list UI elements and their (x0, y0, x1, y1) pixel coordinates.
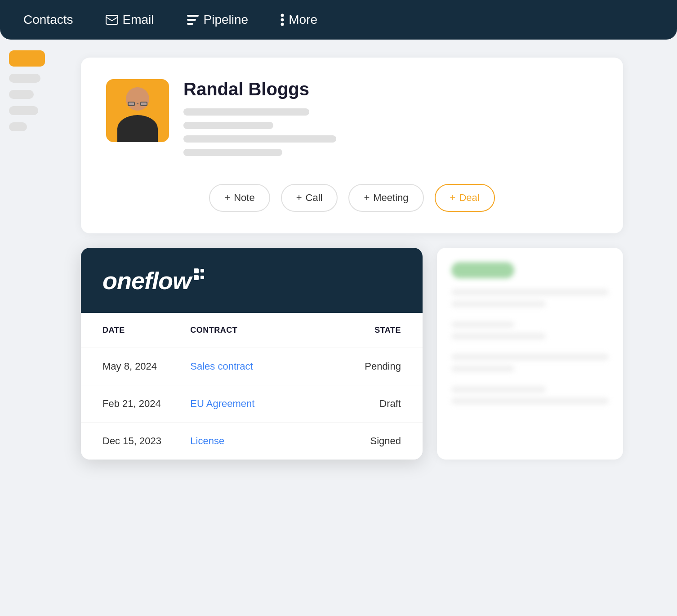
nav-email[interactable]: Email (100, 9, 160, 31)
blur-line-3 (451, 321, 514, 328)
panels-row: oneflow DATE (81, 248, 623, 460)
table-row: Dec 15, 2023 License Signed (81, 423, 423, 460)
sidebar-pill-4 (9, 122, 27, 131)
sidebar-accent-pill (9, 50, 45, 67)
note-icon: + (224, 192, 230, 204)
nav-contacts[interactable]: Contacts (18, 9, 79, 31)
sidebar-pill-3 (9, 106, 38, 115)
more-label: More (289, 13, 317, 27)
contact-card: Randal Bloggs + Note + Call + Meeting + … (81, 58, 623, 233)
blur-line-7 (451, 386, 546, 393)
oneflow-logo: oneflow (102, 266, 204, 295)
avatar-figure (106, 79, 169, 142)
svg-rect-0 (106, 15, 118, 24)
blur-line-4 (451, 333, 546, 339)
row2-contract[interactable]: EU Agreement (190, 398, 313, 410)
oneflow-logo-dots (194, 268, 204, 280)
row3-date: Dec 15, 2023 (102, 435, 190, 447)
person-body (117, 115, 158, 142)
contact-header: Randal Bloggs (106, 79, 598, 162)
call-icon: + (296, 192, 302, 204)
col-header-state: STATE (313, 326, 401, 335)
deal-icon: + (450, 192, 456, 204)
svg-rect-2 (187, 19, 196, 21)
glass-left (128, 102, 135, 106)
svg-point-4 (281, 14, 284, 17)
skeleton-line-3 (183, 135, 336, 143)
email-label: Email (123, 13, 154, 27)
more-icon (281, 13, 284, 26)
svg-rect-3 (187, 23, 193, 25)
row1-contract[interactable]: Sales contract (190, 361, 313, 372)
row3-contract[interactable]: License (190, 435, 313, 447)
action-buttons: + Note + Call + Meeting + Deal (106, 184, 598, 212)
blur-line-6 (451, 366, 514, 372)
skeleton-line-4 (183, 149, 282, 156)
table-row: Feb 21, 2024 EU Agreement Draft (81, 385, 423, 423)
oneflow-table: DATE CONTRACT STATE May 8, 2024 Sales co… (81, 313, 423, 460)
table-row: May 8, 2024 Sales contract Pending (81, 348, 423, 385)
table-header-row: DATE CONTRACT STATE (81, 313, 423, 348)
row1-state: Pending (313, 361, 401, 372)
col-header-contract: CONTRACT (190, 326, 313, 335)
row2-state: Draft (313, 398, 401, 410)
sidebar-pill-2 (9, 90, 34, 99)
row3-state: Signed (313, 435, 401, 447)
glass-right (140, 102, 147, 106)
avatar (106, 79, 169, 142)
person-head (126, 87, 149, 111)
blur-line-2 (451, 301, 546, 307)
call-button[interactable]: + Call (281, 184, 338, 212)
note-button[interactable]: + Note (209, 184, 270, 212)
email-icon (106, 15, 118, 25)
glass-bridge (137, 103, 138, 104)
nav-more[interactable]: More (275, 9, 323, 31)
pipeline-label: Pipeline (204, 13, 249, 27)
contacts-label: Contacts (23, 13, 73, 27)
blur-badge (451, 262, 514, 278)
col-header-date: DATE (102, 326, 190, 335)
deal-button[interactable]: + Deal (435, 184, 495, 212)
navbar: Contacts Email Pipeline Mo (0, 0, 677, 40)
oneflow-header: oneflow (81, 248, 423, 313)
skeleton-line-2 (183, 122, 273, 129)
row1-date: May 8, 2024 (102, 361, 190, 372)
nav-pipeline[interactable]: Pipeline (181, 9, 254, 31)
blur-line-5 (451, 354, 609, 360)
row2-date: Feb 21, 2024 (102, 398, 190, 410)
svg-point-5 (281, 18, 284, 22)
svg-point-6 (281, 23, 284, 26)
blur-line-1 (451, 289, 609, 295)
blurred-content (451, 262, 609, 404)
contact-name: Randal Bloggs (183, 79, 598, 99)
oneflow-panel: oneflow DATE (81, 248, 423, 460)
meeting-icon: + (364, 192, 370, 204)
blur-line-8 (451, 398, 609, 404)
skeleton-line-1 (183, 108, 309, 116)
sidebar-pill-1 (9, 74, 40, 83)
meeting-button[interactable]: + Meeting (348, 184, 423, 212)
oneflow-logo-text: oneflow (102, 267, 191, 294)
svg-rect-1 (187, 15, 199, 17)
glasses-icon (128, 102, 147, 106)
pipeline-icon (187, 14, 199, 25)
contact-info: Randal Bloggs (183, 79, 598, 162)
right-panel (437, 248, 623, 460)
sidebar-strip (0, 40, 45, 142)
